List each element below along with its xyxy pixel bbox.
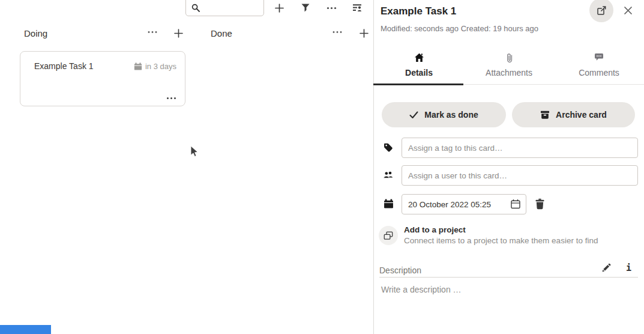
card-due-text: in 3 days <box>145 62 176 71</box>
add-to-project-title[interactable]: Add to a project <box>404 225 466 234</box>
search-input[interactable] <box>203 2 262 16</box>
close-panel-button[interactable] <box>624 6 633 15</box>
archive-box-icon <box>540 111 550 120</box>
panel-meta: Modified: seconds ago Created: 19 hours … <box>381 24 538 33</box>
chat-bubble-icon <box>594 53 604 61</box>
ellipsis-icon <box>148 31 157 34</box>
description-placeholder[interactable]: Write a description … <box>381 285 462 294</box>
archive-card-button[interactable]: Archive card <box>512 102 635 127</box>
popout-button[interactable] <box>589 0 613 22</box>
home-icon <box>414 53 424 62</box>
column-doing-add-button[interactable] <box>173 28 184 38</box>
check-icon <box>409 111 418 119</box>
open-date-picker-button[interactable] <box>510 199 521 210</box>
ellipsis-icon <box>327 7 337 10</box>
card-due-badge: in 3 days <box>134 62 176 71</box>
plus-icon <box>359 28 369 38</box>
assignee-view-button[interactable] <box>352 3 363 13</box>
mark-as-done-label: Mark as done <box>424 110 478 120</box>
add-to-project-button[interactable] <box>379 226 398 245</box>
pencil-icon <box>601 263 611 273</box>
plus-icon <box>173 28 184 38</box>
assign-user-input[interactable] <box>402 165 638 186</box>
description-divider <box>379 277 638 278</box>
funnel-icon <box>301 3 310 13</box>
pane-divider <box>373 0 374 334</box>
tab-details[interactable]: Details <box>374 51 464 84</box>
paperclip-icon <box>505 53 513 63</box>
description-label: Description <box>379 266 421 275</box>
mark-as-done-button[interactable]: Mark as done <box>382 102 506 127</box>
tab-comments[interactable]: Comments <box>554 51 644 84</box>
remove-due-date-button[interactable] <box>534 198 546 210</box>
board-menu-button[interactable] <box>327 7 337 10</box>
ellipsis-icon <box>333 31 342 34</box>
assign-tag-input[interactable] <box>402 138 638 158</box>
due-date-value: 20 October 2022 05:25 <box>402 200 510 209</box>
search-icon <box>191 4 200 12</box>
add-to-project-subtitle: Connect items to a project to make them … <box>404 236 598 245</box>
card-menu-button[interactable] <box>166 97 176 100</box>
calendar-icon <box>384 199 394 209</box>
close-icon <box>624 6 633 15</box>
calendar-icon <box>134 62 142 71</box>
open-in-new-window-icon <box>597 5 607 16</box>
selection-accent-bar <box>0 325 51 334</box>
calendar-outline-icon <box>510 199 521 210</box>
plus-icon <box>274 3 284 13</box>
assignee-list-icon <box>352 3 363 13</box>
tab-details-label: Details <box>405 68 433 77</box>
due-date-field[interactable]: 20 October 2022 05:25 <box>402 194 526 214</box>
tab-attachments[interactable]: Attachments <box>464 51 554 84</box>
column-title-done: Done <box>211 28 232 38</box>
mouse-cursor <box>190 145 199 158</box>
card-title: Example Task 1 <box>34 61 94 71</box>
column-done-menu-button[interactable] <box>333 31 342 34</box>
active-tab-underline <box>373 84 463 85</box>
project-windows-icon <box>384 231 393 240</box>
filter-button[interactable] <box>301 3 310 13</box>
tab-comments-label: Comments <box>579 68 619 77</box>
search-box[interactable] <box>185 0 264 16</box>
column-title-doing: Doing <box>24 28 47 38</box>
column-doing-menu-button[interactable] <box>148 31 157 34</box>
tab-attachments-label: Attachments <box>486 68 532 77</box>
edit-description-button[interactable] <box>601 263 611 273</box>
add-card-button[interactable] <box>274 3 284 13</box>
panel-title: Example Task 1 <box>381 5 456 17</box>
app-window: Doing Done Example Task 1 in 3 da <box>0 0 644 334</box>
column-done-add-button[interactable] <box>359 28 369 38</box>
description-info-button[interactable]: i <box>626 263 631 273</box>
kanban-card[interactable]: Example Task 1 in 3 days <box>20 51 185 106</box>
ellipsis-icon <box>166 97 176 100</box>
users-icon <box>383 170 394 180</box>
archive-card-label: Archive card <box>556 110 607 120</box>
tag-icon <box>384 142 394 153</box>
trash-icon <box>534 198 546 210</box>
